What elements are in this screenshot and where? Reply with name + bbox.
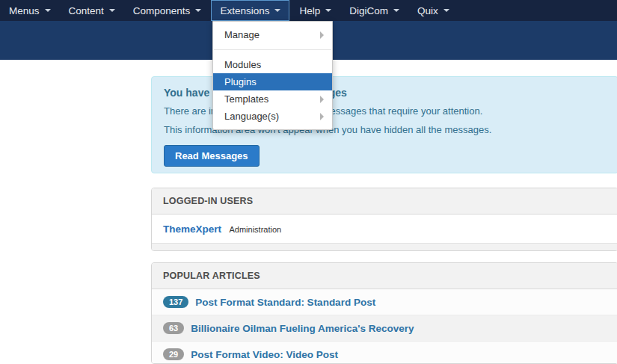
caret-down-icon: [325, 9, 331, 12]
nav-item-label: Content: [69, 5, 104, 16]
article-title-link[interactable]: Post Format Standard: Standard Post: [195, 297, 375, 308]
module-title: LOGGED-IN USERS: [152, 188, 617, 215]
hit-count-badge: 63: [163, 322, 184, 334]
admin-top-navbar: Menus Content Components Extensions Help…: [0, 0, 617, 21]
submenu-arrow-icon: [320, 96, 324, 103]
nav-item-extensions[interactable]: Extensions: [211, 0, 289, 21]
user-location-label: Administration: [229, 225, 281, 234]
menu-item-label: Language(s): [224, 111, 279, 122]
module-footer: [152, 243, 617, 250]
nav-item-digicom[interactable]: DigiCom: [341, 0, 408, 21]
caret-down-icon: [195, 9, 201, 12]
submenu-arrow-icon: [320, 31, 324, 39]
extensions-dropdown-menu: Manage Modules Plugins Templates Languag…: [212, 21, 333, 130]
caret-down-icon: [274, 9, 280, 12]
menu-item-label: Templates: [224, 93, 268, 105]
nav-item-label: Extensions: [220, 5, 269, 16]
nav-item-quix[interactable]: Quix: [409, 0, 458, 21]
list-item: ThemeXpert Administration: [152, 215, 617, 243]
user-name-link[interactable]: ThemeXpert: [163, 223, 221, 235]
nav-item-menus[interactable]: Menus: [1, 0, 59, 21]
menu-item-label: Plugins: [224, 76, 257, 87]
menu-item-label: Modules: [224, 59, 261, 70]
logged-in-users-module: LOGGED-IN USERS ThemeXpert Administratio…: [151, 188, 617, 251]
menu-item-manage[interactable]: Manage: [213, 26, 332, 43]
nav-item-label: DigiCom: [349, 5, 388, 16]
menu-item-plugins[interactable]: Plugins: [213, 73, 332, 90]
hit-count-badge: 137: [163, 296, 188, 308]
caret-down-icon: [443, 9, 449, 12]
table-row: 29 Post Format Video: Video Post: [152, 342, 617, 364]
nav-item-help[interactable]: Help: [291, 0, 340, 21]
menu-item-templates[interactable]: Templates: [213, 90, 332, 108]
menu-divider: [214, 49, 331, 50]
article-title-link[interactable]: Billionaire Oilman Fueling America's Rec…: [191, 323, 414, 334]
read-messages-button[interactable]: Read Messages: [164, 145, 260, 167]
nav-item-label: Menus: [9, 5, 40, 16]
caret-down-icon: [45, 9, 51, 12]
popular-articles-module: POPULAR ARTICLES 137 Post Format Standar…: [151, 262, 617, 364]
nav-item-label: Help: [299, 5, 320, 16]
caret-down-icon: [393, 9, 399, 12]
caret-down-icon: [109, 9, 115, 12]
nav-item-components[interactable]: Components: [125, 0, 210, 21]
module-title: POPULAR ARTICLES: [152, 263, 617, 289]
menu-item-modules[interactable]: Modules: [213, 56, 332, 73]
hit-count-badge: 29: [163, 348, 184, 360]
submenu-arrow-icon: [320, 113, 324, 120]
menu-item-label: Manage: [224, 29, 260, 40]
article-title-link[interactable]: Post Format Video: Video Post: [191, 349, 338, 360]
table-row: 137 Post Format Standard: Standard Post: [152, 289, 617, 315]
nav-item-label: Components: [133, 5, 191, 16]
nav-item-content[interactable]: Content: [61, 0, 123, 21]
menu-item-languages[interactable]: Language(s): [213, 108, 332, 125]
nav-item-label: Quix: [417, 5, 438, 16]
table-row: 63 Billionaire Oilman Fueling America's …: [152, 315, 617, 342]
